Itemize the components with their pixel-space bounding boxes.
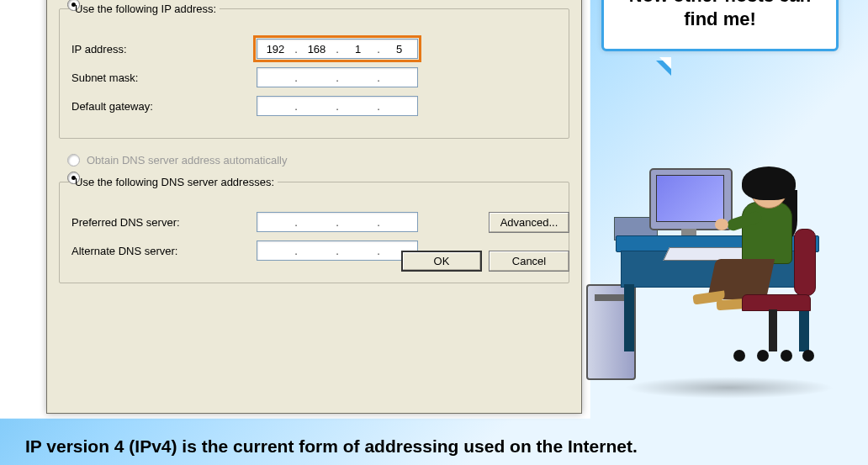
radio-label: Obtain DNS server address automatically [87,154,287,166]
subnet-mask-input[interactable]: . . . [257,67,418,87]
person-at-computer-illustration [616,135,851,404]
preferred-dns-label: Preferred DNS server: [71,216,257,229]
ip-octet-2[interactable]: 168 [299,43,335,55]
cancel-button[interactable]: Cancel [489,251,569,272]
group-legend: Use the following DNS server addresses: [71,176,278,188]
ip-address-input[interactable]: 192. 168. 1. 5 [257,39,418,59]
tcpip-properties-dialog: Obtain an IP address automatically Use t… [46,0,582,414]
preferred-dns-input[interactable]: . . . [257,212,418,232]
group-legend: Use the following IP address: [71,3,220,15]
default-gateway-input[interactable]: . . . [257,96,418,116]
default-gateway-label: Default gateway: [71,100,257,113]
ip-address-label: IP address: [71,43,257,55]
alternate-dns-label: Alternate DNS server: [71,245,257,257]
speech-bubble-text: Now other hosts can find me! [629,0,811,29]
ip-address-group: Use the following IP address: IP address… [59,3,569,139]
radio-obtain-dns-auto: Obtain DNS server address automatically [67,154,569,166]
ip-octet-1[interactable]: 192 [257,43,294,55]
ok-button[interactable]: OK [401,251,482,272]
ip-octet-3[interactable]: 1 [340,43,376,55]
radio-icon [67,154,80,166]
subnet-mask-label: Subnet mask: [71,71,257,84]
alternate-dns-input[interactable]: . . . [257,240,418,261]
caption-text: IP version 4 (IPv4) is the current form … [25,436,843,457]
advanced-button[interactable]: Advanced... [489,212,569,233]
ip-octet-4[interactable]: 5 [381,43,417,55]
speech-bubble: Now other hosts can find me! [601,0,839,51]
